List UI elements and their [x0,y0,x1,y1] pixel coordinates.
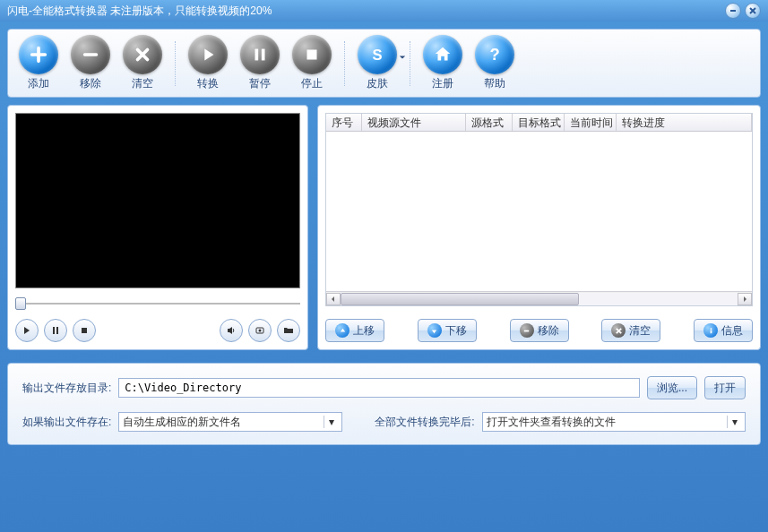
svg-rect-1 [255,49,259,61]
home-icon [423,35,462,74]
x-icon [611,323,626,338]
skin-icon: S [358,35,397,74]
list-remove-button[interactable]: 移除 [510,319,569,342]
move-up-button[interactable]: 上移 [325,319,384,342]
outdir-label: 输出文件存放目录: [22,381,111,396]
volume-button[interactable] [220,319,243,342]
minus-icon [520,323,534,338]
svg-point-11 [710,328,712,330]
window-title: 闪电-全能格式转换器 未注册版本，只能转换视频的20% [7,4,725,19]
preview-pause-button[interactable] [44,319,67,342]
browse-button[interactable]: 浏览... [647,376,697,399]
col-time[interactable]: 当前时间 [565,114,617,131]
horizontal-scrollbar[interactable] [326,291,752,305]
info-icon [703,323,718,338]
question-icon: ? [475,35,514,74]
remove-button[interactable]: 移除 [71,35,110,91]
svg-rect-2 [262,49,265,61]
folder-button[interactable] [277,319,300,342]
after-label: 全部文件转换完毕后: [375,415,474,430]
close-button[interactable] [745,3,761,19]
preview-play-button[interactable] [15,319,39,342]
separator [410,41,410,86]
file-table[interactable]: 序号 视频源文件 源格式 目标格式 当前时间 转换进度 [325,113,753,306]
clear-button[interactable]: 清空 [123,35,162,91]
pause-button[interactable]: 暂停 [240,35,280,91]
col-progress[interactable]: 转换进度 [617,114,752,131]
snapshot-button[interactable] [248,319,272,342]
info-button[interactable]: 信息 [694,319,753,342]
stop-button[interactable]: 停止 [292,35,332,91]
seek-slider[interactable] [15,297,300,310]
main-toolbar: 添加 移除 清空 转换 暂停 停止 S 皮肤 注册 ? 帮助 [7,29,761,98]
convert-button[interactable]: 转换 [188,35,228,91]
arrow-down-icon [427,323,442,338]
svg-text:?: ? [489,45,499,64]
col-dstfmt[interactable]: 目标格式 [513,114,565,131]
separator [344,41,345,86]
svg-rect-12 [710,330,712,333]
svg-rect-6 [53,327,55,334]
help-button[interactable]: ? 帮助 [475,35,514,91]
play-icon [188,35,228,74]
x-icon [123,35,162,74]
svg-rect-8 [82,328,87,333]
preview-stop-button[interactable] [73,319,96,342]
table-body [326,132,752,275]
svg-text:S: S [372,47,382,63]
pause-icon [240,35,280,74]
register-button[interactable]: 注册 [423,35,462,91]
preview-panel [7,105,308,350]
stop-icon [292,35,332,74]
svg-rect-7 [56,327,58,334]
add-button[interactable]: 添加 [19,35,58,91]
minimize-button[interactable] [725,3,741,19]
file-list-panel: 序号 视频源文件 源格式 目标格式 当前时间 转换进度 上移 下移 [317,105,761,350]
exists-label: 如果输出文件存在: [22,415,111,430]
move-down-button[interactable]: 下移 [418,319,477,342]
separator [175,41,176,86]
chevron-down-icon: ▾ [324,416,338,428]
video-preview[interactable] [15,113,300,288]
svg-point-10 [259,330,262,332]
open-button[interactable]: 打开 [704,376,746,399]
svg-rect-3 [307,50,317,60]
exists-select[interactable]: 自动生成相应的新文件名 ▾ [118,412,342,432]
scroll-right-icon[interactable] [738,293,752,305]
list-clear-button[interactable]: 清空 [601,319,660,342]
titlebar: 闪电-全能格式转换器 未注册版本，只能转换视频的20% [0,0,768,21]
col-index[interactable]: 序号 [326,114,362,131]
chevron-down-icon[interactable] [399,51,406,64]
col-source[interactable]: 视频源文件 [362,114,466,131]
chevron-down-icon: ▾ [727,416,741,428]
minus-icon [71,35,110,74]
outdir-input[interactable] [118,378,640,398]
skin-button[interactable]: S 皮肤 [358,35,397,91]
arrow-up-icon [335,323,349,338]
scroll-left-icon[interactable] [326,293,341,305]
after-select[interactable]: 打开文件夹查看转换的文件 ▾ [482,412,746,432]
col-srcfmt[interactable]: 源格式 [466,114,513,131]
output-settings-panel: 输出文件存放目录: 浏览... 打开 如果输出文件存在: 自动生成相应的新文件名… [7,363,761,445]
plus-icon [19,35,58,74]
